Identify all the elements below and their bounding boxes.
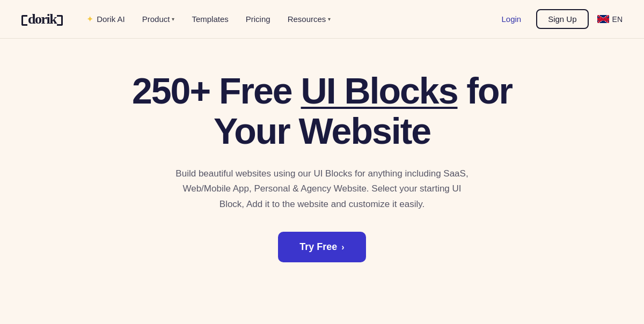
nav-item-product[interactable]: Product ▾ <box>136 10 181 28</box>
try-free-button[interactable]: Try Free › <box>278 232 365 262</box>
header-left: dorik ✦ Dorik AI Product ▾ Templates Pri… <box>21 10 337 28</box>
hero-section: 250+ Free UI Blocks for Your Website Bui… <box>0 39 644 284</box>
nav-product-label: Product <box>142 14 170 24</box>
nav-dorik-ai-label: Dorik AI <box>97 14 125 24</box>
logo-text: dorik <box>21 11 63 27</box>
resources-chevron-icon: ▾ <box>328 16 331 22</box>
nav-item-resources[interactable]: Resources ▾ <box>281 10 338 28</box>
nav-item-dorik-ai[interactable]: ✦ Dorik AI <box>80 10 131 28</box>
main-nav: ✦ Dorik AI Product ▾ Templates Pricing R… <box>80 10 337 28</box>
sparkle-icon: ✦ <box>86 14 93 24</box>
nav-templates-label: Templates <box>192 14 228 24</box>
language-code: EN <box>612 15 623 24</box>
hero-subtitle: Build beautiful websites using our UI Bl… <box>172 166 472 213</box>
signup-button[interactable]: Sign Up <box>536 9 588 29</box>
hero-title-highlight: UI Blocks <box>301 70 458 111</box>
hero-title: 250+ Free UI Blocks for Your Website <box>132 71 512 151</box>
nav-pricing-label: Pricing <box>246 14 270 24</box>
nav-resources-label: Resources <box>288 14 326 24</box>
logo[interactable]: dorik <box>21 11 63 27</box>
hero-title-part2: for <box>457 70 512 111</box>
language-selector[interactable]: EN <box>597 15 623 24</box>
hero-title-part1: 250+ Free <box>132 70 301 111</box>
header-right: Login Sign Up EN <box>495 9 623 29</box>
flag-icon <box>597 15 609 23</box>
nav-item-pricing[interactable]: Pricing <box>239 10 277 28</box>
login-button[interactable]: Login <box>495 10 528 28</box>
hero-title-line2: Your Website <box>214 111 430 151</box>
product-chevron-icon: ▾ <box>172 16 174 22</box>
nav-item-templates[interactable]: Templates <box>185 10 235 28</box>
try-free-label: Try Free <box>299 241 337 253</box>
header: dorik ✦ Dorik AI Product ▾ Templates Pri… <box>0 0 644 39</box>
try-free-arrow-icon: › <box>341 242 344 252</box>
